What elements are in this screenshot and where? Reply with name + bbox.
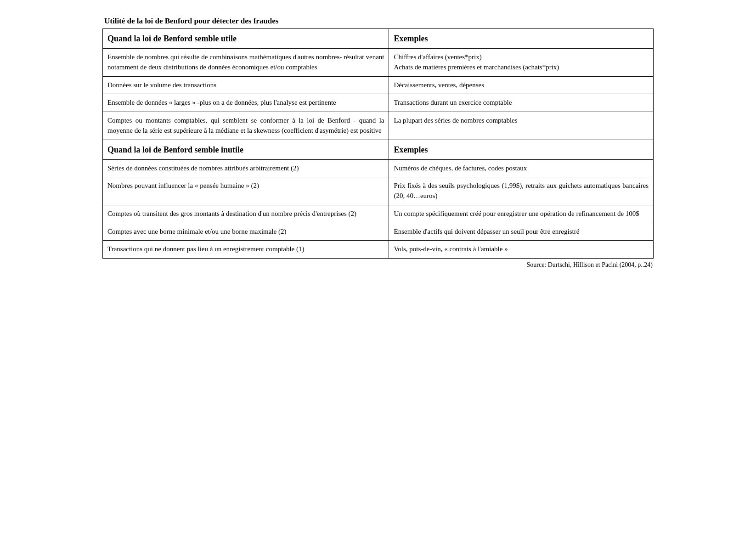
useless-row4-right: Ensemble d'actifs qui doivent dépasser u… — [389, 223, 654, 241]
useful-row1-right: Chiffres d'affaires (ventes*prix)Achats … — [389, 49, 654, 77]
header-useless-row: Quand la loi de Benford semble inutile E… — [103, 140, 654, 159]
useful-row2-right: Décaissements, ventes, dépenses — [389, 76, 654, 94]
useless-row5-left: Transactions qui ne donnent pas lieu à u… — [103, 241, 389, 259]
table-row: Données sur le volume des transactions D… — [103, 76, 654, 94]
table-row: Nombres pouvant influencer la « pensée h… — [103, 177, 654, 205]
table-row: Ensemble de données « larges » -plus on … — [103, 94, 654, 112]
useful-row4-right: La plupart des séries de nombres comptab… — [389, 112, 654, 140]
table-row: Séries de données constituées de nombres… — [103, 159, 654, 177]
useful-row2-left: Données sur le volume des transactions — [103, 76, 389, 94]
source-line: Source: Durtschi, Hillison et Pacini (20… — [102, 261, 654, 269]
useless-row3-right: Un compte spécifiquement créé pour enreg… — [389, 205, 654, 223]
main-title: Utilité de la loi de Benford pour détect… — [102, 14, 654, 28]
header-useless-col1: Quand la loi de Benford semble inutile — [103, 140, 389, 159]
useful-row3-left: Ensemble de données « larges » -plus on … — [103, 94, 389, 112]
benford-table: Quand la loi de Benford semble utile Exe… — [102, 28, 654, 259]
header-useful-col1: Quand la loi de Benford semble utile — [103, 29, 389, 49]
table-row: Comptes ou montants comptables, qui semb… — [103, 112, 654, 140]
header-useful-col2: Exemples — [389, 29, 654, 49]
useless-row3-left: Comptes où transitent des gros montants … — [103, 205, 389, 223]
useless-row5-right: Vols, pots-de-vin, « contrats à l'amiabl… — [389, 241, 654, 259]
useful-row3-right: Transactions durant un exercice comptabl… — [389, 94, 654, 112]
useful-row1-left: Ensemble de nombres qui résulte de combi… — [103, 49, 389, 77]
useless-row1-right: Numéros de chèques, de factures, codes p… — [389, 159, 654, 177]
table-row: Ensemble de nombres qui résulte de combi… — [103, 49, 654, 77]
table-row: Transactions qui ne donnent pas lieu à u… — [103, 241, 654, 259]
header-useless-col2: Exemples — [389, 140, 654, 159]
useless-row2-left: Nombres pouvant influencer la « pensée h… — [103, 177, 389, 205]
useless-row1-left: Séries de données constituées de nombres… — [103, 159, 389, 177]
useful-row4-left: Comptes ou montants comptables, qui semb… — [103, 112, 389, 140]
table-row: Comptes où transitent des gros montants … — [103, 205, 654, 223]
useless-row4-left: Comptes avec une borne minimale et/ou un… — [103, 223, 389, 241]
useless-row2-right: Prix fixés à des seuils psychologiques (… — [389, 177, 654, 205]
header-useful-row: Quand la loi de Benford semble utile Exe… — [103, 29, 654, 49]
table-row: Comptes avec une borne minimale et/ou un… — [103, 223, 654, 241]
page-container: Utilité de la loi de Benford pour détect… — [102, 14, 654, 269]
